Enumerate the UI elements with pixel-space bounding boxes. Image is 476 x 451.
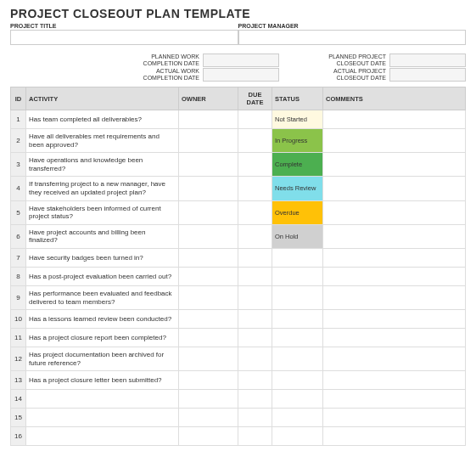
cell-due[interactable] (238, 427, 272, 446)
cell-owner[interactable] (179, 427, 238, 446)
cell-owner[interactable] (179, 285, 238, 309)
cell-status[interactable] (272, 390, 323, 409)
cell-comments[interactable] (323, 347, 466, 371)
cell-due[interactable] (238, 129, 272, 153)
cell-owner[interactable] (179, 409, 238, 427)
cell-owner[interactable] (179, 224, 238, 248)
cell-comments[interactable] (323, 427, 466, 446)
table-row: 2Have all deliverables met requirements … (11, 129, 466, 153)
table-row: 12Has project documentation been archive… (11, 347, 466, 371)
cell-owner[interactable] (179, 267, 238, 285)
cell-due[interactable] (238, 347, 272, 371)
cell-activity[interactable]: Has a post-project evaluation been carri… (26, 267, 179, 285)
cell-comments[interactable] (323, 390, 466, 409)
cell-status[interactable]: Not Started (272, 110, 323, 129)
cell-activity[interactable] (26, 427, 179, 446)
planned-work-input[interactable] (203, 54, 279, 67)
cell-status[interactable]: Overdue (272, 200, 323, 224)
cell-comments[interactable] (323, 200, 466, 224)
cell-comments[interactable] (323, 110, 466, 129)
cell-comments[interactable] (323, 329, 466, 347)
cell-activity[interactable]: Has a project closure report been comple… (26, 329, 179, 347)
cell-activity[interactable]: Have project accounts and billing been f… (26, 224, 179, 248)
page: PROJECT CLOSEOUT PLAN TEMPLATE PROJECT T… (0, 0, 476, 451)
cell-activity[interactable]: Have stakeholders been informed of curre… (26, 200, 179, 224)
cell-status[interactable] (272, 427, 323, 446)
cell-activity[interactable]: Has performance been evaluated and feedb… (26, 285, 179, 309)
cell-status[interactable]: Complete (272, 153, 323, 177)
cell-comments[interactable] (323, 129, 466, 153)
cell-activity[interactable] (26, 409, 179, 427)
cell-due[interactable] (238, 110, 272, 129)
cell-due[interactable] (238, 153, 272, 177)
actual-closeout-input[interactable] (389, 68, 466, 82)
cell-due[interactable] (238, 285, 272, 309)
cell-owner[interactable] (179, 371, 238, 390)
cell-activity[interactable] (26, 390, 179, 409)
cell-comments[interactable] (323, 267, 466, 285)
header-activity: ACTIVITY (26, 87, 179, 110)
cell-owner[interactable] (179, 347, 238, 371)
cell-due[interactable] (238, 371, 272, 390)
cell-owner[interactable] (179, 153, 238, 177)
header-owner: OWNER (179, 87, 238, 110)
cell-owner[interactable] (179, 110, 238, 129)
cell-activity[interactable]: Have all deliverables met requirements a… (26, 129, 179, 153)
cell-activity[interactable]: Has a project closure letter been submit… (26, 371, 179, 390)
cell-id: 14 (11, 390, 26, 409)
cell-owner[interactable] (179, 129, 238, 153)
cell-activity[interactable]: Has team completed all deliverables? (26, 110, 179, 129)
cell-due[interactable] (238, 200, 272, 224)
cell-comments[interactable] (323, 371, 466, 390)
table-row: 10Has a lessons learned review been cond… (11, 310, 466, 329)
cell-comments[interactable] (323, 153, 466, 177)
cell-status[interactable] (272, 347, 323, 371)
project-manager-input[interactable] (238, 30, 467, 45)
cell-comments[interactable] (323, 409, 466, 427)
cell-comments[interactable] (323, 248, 466, 267)
cell-activity[interactable]: Have operations and knowledge been trans… (26, 153, 179, 177)
cell-status[interactable] (272, 329, 323, 347)
cell-owner[interactable] (179, 329, 238, 347)
cell-owner[interactable] (179, 248, 238, 267)
cell-due[interactable] (238, 409, 272, 427)
table-row: 4If transferring project to a new manage… (11, 177, 466, 200)
cell-comments[interactable] (323, 177, 466, 200)
cell-owner[interactable] (179, 310, 238, 329)
cell-status[interactable] (272, 371, 323, 390)
actual-work-input[interactable] (203, 68, 279, 82)
cell-status[interactable] (272, 310, 323, 329)
cell-status[interactable] (272, 409, 323, 427)
cell-due[interactable] (238, 310, 272, 329)
cell-comments[interactable] (323, 310, 466, 329)
table-row: 3Have operations and knowledge been tran… (11, 153, 466, 177)
planned-closeout-input[interactable] (389, 54, 466, 67)
cell-status[interactable]: On Hold (272, 224, 323, 248)
cell-activity[interactable]: Has a lessons learned review been conduc… (26, 310, 179, 329)
cell-status[interactable] (272, 285, 323, 309)
cell-status[interactable]: In Progress (272, 129, 323, 153)
project-title-input[interactable] (10, 30, 238, 45)
table-body: 1Has team completed all deliverables?Not… (11, 110, 466, 446)
cell-id: 3 (11, 153, 26, 177)
cell-owner[interactable] (179, 390, 238, 409)
cell-activity[interactable]: Has project documentation been archived … (26, 347, 179, 371)
cell-status[interactable] (272, 248, 323, 267)
planned-work-label: PLANNED WORK COMPLETION DATE (126, 54, 203, 66)
cell-due[interactable] (238, 177, 272, 200)
cell-comments[interactable] (323, 285, 466, 309)
cell-due[interactable] (238, 267, 272, 285)
cell-due[interactable] (238, 224, 272, 248)
cell-owner[interactable] (179, 200, 238, 224)
cell-status[interactable] (272, 267, 323, 285)
header-status: STATUS (272, 87, 323, 110)
cell-activity[interactable]: If transferring project to a new manager… (26, 177, 179, 200)
cell-owner[interactable] (179, 177, 238, 200)
cell-activity[interactable]: Have security badges been turned in? (26, 248, 179, 267)
cell-comments[interactable] (323, 224, 466, 248)
cell-due[interactable] (238, 329, 272, 347)
cell-due[interactable] (238, 390, 272, 409)
cell-status[interactable]: Needs Review (272, 177, 323, 200)
cell-due[interactable] (238, 248, 272, 267)
top-fields: PROJECT TITLE PROJECT MANAGER (10, 22, 466, 45)
